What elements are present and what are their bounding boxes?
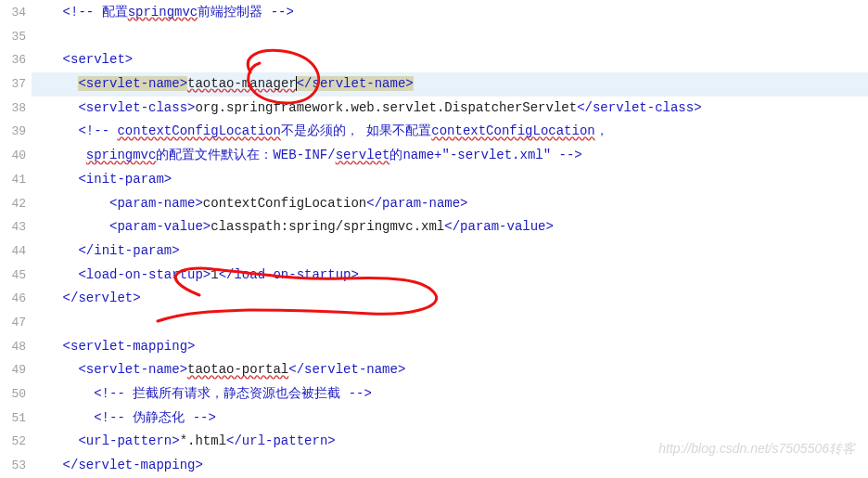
code-line[interactable]: <servlet-name>taotao-manager</servlet-na…: [32, 72, 868, 97]
xml-comment: contextConfigLocation: [431, 123, 594, 138]
xml-comment: 拦截所有请求，静态资源也会被拦截 -->: [133, 386, 372, 401]
xml-comment: 配置: [102, 5, 128, 19]
xml-text: [32, 433, 78, 448]
xml-text: [32, 5, 63, 19]
xml-comment: 不是必须的， 如果不配置: [281, 123, 431, 138]
xml-tag: </servlet>: [63, 291, 141, 305]
gutter-line: 44: [0, 239, 26, 264]
code-line[interactable]: <param-name>contextConfigLocation</param…: [32, 192, 868, 216]
gutter-line: 38: [0, 97, 26, 121]
xml-text: classpath:spring/springmvc.xml: [211, 219, 444, 234]
xml-comment: 前端控制器 -->: [198, 5, 294, 19]
gutter-line: 46: [0, 287, 26, 311]
xml-tag: <servlet-mapping>: [63, 339, 196, 354]
xml-comment: springmvc: [86, 148, 157, 162]
code-line[interactable]: <init-param>: [32, 168, 868, 192]
code-line[interactable]: </init-param>: [32, 239, 868, 264]
xml-tag: </servlet-mapping>: [63, 458, 203, 472]
code-line[interactable]: <param-value>classpath:spring/springmvc.…: [32, 215, 868, 239]
xml-text: [32, 458, 63, 472]
code-line[interactable]: [32, 25, 868, 49]
code-line[interactable]: [32, 311, 868, 335]
xml-text: [32, 172, 78, 187]
code-line[interactable]: </servlet>: [32, 287, 868, 311]
code-editor[interactable]: 3435363738394041424344454647484950515253…: [0, 0, 868, 478]
gutter-line: 45: [0, 264, 26, 288]
gutter-line: 53: [0, 454, 26, 478]
code-line[interactable]: <!-- 配置springmvc前端控制器 -->: [32, 1, 868, 25]
xml-tag: <: [78, 76, 85, 91]
xml-tag: >: [180, 76, 187, 91]
xml-text: [32, 267, 78, 282]
gutter-line: 41: [0, 168, 26, 192]
xml-tag: servlet-name: [313, 76, 406, 91]
gutter-line: 34: [0, 1, 26, 25]
xml-tag: <servlet-name>: [78, 362, 187, 377]
gutter-line: 42: [0, 192, 26, 216]
code-line[interactable]: <!-- contextConfigLocation不是必须的， 如果不配置co…: [32, 120, 868, 144]
xml-text: [32, 196, 109, 211]
xml-tag: >: [405, 76, 413, 91]
gutter-line: 37: [0, 72, 26, 97]
xml-comment: contextConfigLocation: [117, 123, 280, 138]
line-gutter: 3435363738394041424344454647484950515253…: [0, 0, 32, 478]
xml-comment: servlet: [336, 148, 390, 162]
xml-comment: springmvc: [128, 5, 198, 19]
code-line[interactable]: <url-pattern>*.html</url-pattern>: [32, 430, 868, 454]
xml-tag: </servlet-name>: [288, 362, 405, 377]
gutter-line: 35: [0, 25, 26, 49]
gutter-line: 52: [0, 430, 26, 454]
code-line[interactable]: springmvc的配置文件默认在：WEB-INF/servlet的name+"…: [32, 144, 868, 168]
xml-tag: </servlet-class>: [577, 100, 701, 115]
xml-text: [32, 76, 78, 91]
code-line[interactable]: <servlet-mapping>: [32, 335, 868, 359]
gutter-line: 36: [0, 48, 26, 72]
code-line[interactable]: </servlet-mapping>: [32, 454, 868, 478]
xml-tag: <url-pattern>: [78, 433, 179, 448]
xml-tag: <: [297, 76, 304, 91]
gutter-line: 49: [0, 358, 26, 382]
xml-text: [32, 362, 78, 377]
code-line[interactable]: <load-on-startup>1</load-on-startup>: [32, 264, 868, 288]
xml-tag: <init-param>: [78, 172, 172, 187]
code-area[interactable]: <!-- 配置springmvc前端控制器 --> <servlet> <ser…: [32, 0, 868, 478]
xml-comment: 伪静态化 -->: [133, 410, 216, 425]
xml-comment: <!--: [78, 123, 117, 138]
code-line[interactable]: <!-- 伪静态化 -->: [32, 407, 868, 431]
xml-comment: <!--: [63, 5, 102, 19]
xml-text: [32, 123, 78, 138]
xml-comment: 的配置文件默认在：WEB-INF/: [156, 148, 335, 162]
xml-text: [32, 148, 86, 162]
xml-tag: servlet-name: [86, 76, 180, 91]
gutter-line: 51: [0, 407, 26, 431]
gutter-line: 39: [0, 120, 26, 144]
gutter-line: 47: [0, 311, 26, 335]
gutter-line: 43: [0, 215, 26, 239]
gutter-line: 40: [0, 144, 26, 168]
xml-comment: 的name+"-servlet.xml" -->: [389, 148, 581, 162]
xml-tag: </init-param>: [78, 243, 179, 258]
xml-text: [32, 100, 78, 115]
xml-tag: <load-on-startup>: [78, 267, 211, 282]
xml-text: [32, 410, 94, 425]
xml-tag: </url-pattern>: [226, 433, 336, 448]
xml-tag: /: [304, 76, 312, 91]
xml-text: [32, 52, 63, 67]
code-line[interactable]: <servlet-class>org.springframework.web.s…: [32, 97, 868, 121]
xml-tag: <servlet>: [63, 52, 134, 67]
code-line[interactable]: <servlet-name>taotao-portal</servlet-nam…: [32, 358, 868, 382]
code-line[interactable]: <servlet>: [32, 48, 868, 72]
xml-comment: <!--: [94, 410, 133, 425]
xml-tag: <param-name>: [109, 196, 203, 211]
xml-text: [32, 291, 63, 305]
xml-text: org.springframework.web.servlet.Dispatch…: [195, 100, 577, 115]
gutter-line: 48: [0, 335, 26, 359]
xml-text: taotao-portal: [187, 362, 288, 377]
code-line[interactable]: <!-- 拦截所有请求，静态资源也会被拦截 -->: [32, 382, 868, 407]
xml-text: 1: [211, 267, 218, 282]
xml-comment: ，: [595, 123, 608, 138]
xml-text: contextConfigLocation: [203, 196, 366, 211]
xml-tag: </param-value>: [444, 219, 554, 234]
xml-text: taotao-manager: [187, 76, 297, 91]
xml-tag: </load-on-startup>: [219, 267, 359, 282]
